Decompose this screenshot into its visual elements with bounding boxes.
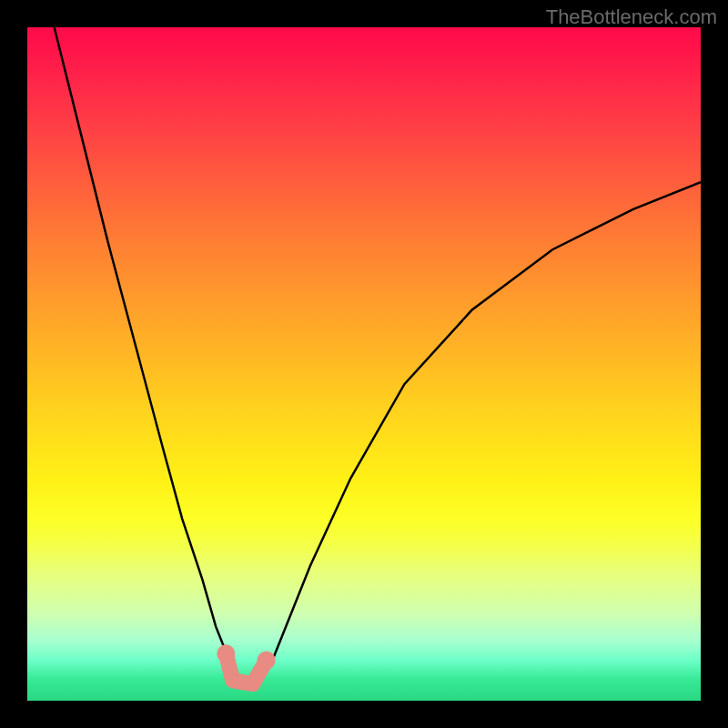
marker-dot-left	[217, 644, 235, 662]
watermark-text: TheBottleneck.com	[546, 5, 717, 29]
marker-group	[217, 644, 275, 683]
chart-svg	[27, 27, 701, 701]
marker-dot-right	[258, 652, 276, 670]
bottleneck-curve	[55, 27, 701, 684]
plot-area	[27, 27, 701, 701]
